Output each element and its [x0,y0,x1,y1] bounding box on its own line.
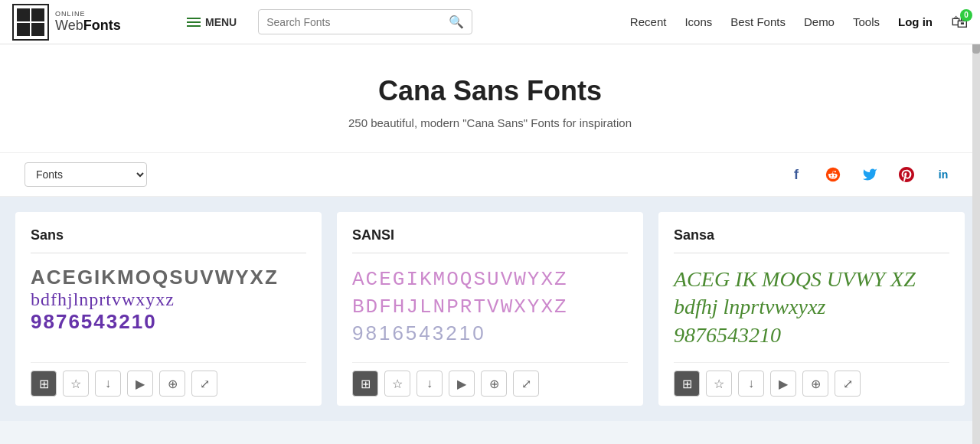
grid-view-button-3[interactable]: ⊞ [674,371,700,397]
sansi-upper-line: ACEGIKMOQSUVWYXZ [352,266,628,293]
search-icon: 🔍 [449,15,464,28]
reddit-icon [825,166,841,183]
card-actions-sansa: ⊞ ☆ ↓ ▶ ⊕ ⤢ [674,362,949,406]
nav-tools[interactable]: Tools [853,15,880,28]
search-input[interactable] [266,16,449,28]
twitter-share-button[interactable] [858,162,882,187]
page-title: Cana Sans Fonts [15,75,965,107]
linkedin-icon: in [939,168,948,181]
sansa-line1: ACEG IK MOQS UVWY XZ [674,266,949,293]
share-button-2[interactable]: ▶ [449,371,475,397]
hero-section: Cana Sans Fonts 250 beautiful, modern "C… [0,44,980,152]
card-actions-sans: ⊞ ☆ ↓ ▶ ⊕ ⤢ [31,362,306,406]
logo-web-part: Web [55,18,83,33]
menu-label: MENU [205,16,237,28]
sansa-preview-text: ACEG IK MOQS UVWY XZ bdfhj lnprtvwxyxz 9… [674,266,949,349]
hamburger-icon [187,18,201,27]
nav-recent[interactable]: Recent [630,15,667,28]
card-title-sans: Sans [31,227,306,243]
share-button[interactable]: ▶ [127,371,153,397]
font-card-sansa: Sansa ACEG IK MOQS UVWY XZ bdfhj lnprtvw… [658,212,965,406]
card-preview-sansa: ACEG IK MOQS UVWY XZ bdfhj lnprtvwxyxz 9… [674,266,949,350]
card-divider-3 [674,253,949,253]
font-cards-grid: Sans ACEGIKMOQSUVWYXZ bdfhjlnprtvwxyxz 9… [15,212,965,406]
twitter-icon [862,167,877,182]
facebook-share-button[interactable]: f [784,162,808,187]
favorite-button-3[interactable]: ☆ [706,371,732,397]
search-button[interactable]: 🔍 [449,15,464,29]
menu-button[interactable]: MENU [178,11,246,33]
download-button-2[interactable]: ↓ [416,371,443,397]
linkedin-share-button[interactable]: in [931,162,956,187]
download-button-3[interactable]: ↓ [738,371,764,397]
card-preview-sans: ACEGIKMOQSUVWYXZ bdfhjlnprtvwxyxz 987654… [31,266,306,350]
font-type-select[interactable]: Fonts All Sans Serif Script Display [24,162,147,187]
page-subtitle: 250 beautiful, modern "Cana Sans" Fonts … [15,116,965,129]
card-divider [31,253,306,253]
logo-text: ONLINE WebFonts [55,11,121,34]
facebook-icon: f [794,167,799,183]
logo[interactable]: ONLINE WebFonts [12,4,165,41]
share-button-3[interactable]: ▶ [770,371,796,397]
grid-view-button[interactable]: ⊞ [31,371,57,397]
main-nav: Recent Icons Best Fonts Demo Tools Log i… [630,12,968,32]
site-header: ONLINE WebFonts MENU 🔍 Recent Icons Best… [0,0,980,44]
login-link[interactable]: Log in [898,15,933,28]
logo-fonts-part: Fonts [83,18,121,33]
sansa-line3: 9876543210 [674,322,949,349]
cart-button[interactable]: 🛍 0 [951,12,968,32]
card-actions-sansi: ⊞ ☆ ↓ ▶ ⊕ ⤢ [352,362,628,406]
grid-view-button-2[interactable]: ⊞ [352,371,378,397]
expand-button-2[interactable]: ⤢ [513,371,539,397]
nav-demo[interactable]: Demo [804,15,835,28]
expand-button[interactable]: ⤢ [191,371,217,397]
logo-icon [12,4,49,41]
sans-preview-upper: ACEGIKMOQSUVWYXZ [31,266,306,289]
card-title-sansi: SANSI [352,227,628,243]
globe-button-2[interactable]: ⊕ [481,371,507,397]
nav-icons[interactable]: Icons [684,15,712,28]
font-card-sansi: SANSI ACEGIKMOQSUVWYXZ BDFHJLNPRTVWXYXZ … [337,212,643,406]
social-share-bar: f in [784,162,956,187]
reddit-share-button[interactable] [821,162,845,187]
download-button[interactable]: ↓ [95,371,121,397]
sans-preview-lower: bdfhjlnprtvwxyxz [31,289,306,310]
font-cards-section: Sans ACEGIKMOQSUVWYXZ bdfhjlnprtvwxyxz 9… [0,197,980,421]
cart-badge: 0 [960,9,972,21]
pinterest-share-button[interactable] [894,162,919,187]
sansi-preview-upper: ACEGIKMOQSUVWYXZ BDFHJLNPRTVWXYXZ [352,266,628,322]
sansi-preview-nums: 9816543210 [352,322,628,345]
favorite-button-2[interactable]: ☆ [384,371,410,397]
pinterest-icon [899,167,914,182]
search-bar: 🔍 [258,9,472,34]
sans-preview-nums: 9876543210 [31,310,306,334]
card-preview-sansi: ACEGIKMOQSUVWYXZ BDFHJLNPRTVWXYXZ 981654… [352,266,628,350]
card-title-sansa: Sansa [674,227,949,243]
globe-button-3[interactable]: ⊕ [802,371,828,397]
nav-best-fonts[interactable]: Best Fonts [730,15,786,28]
sansi-lower-line: BDFHJLNPRTVWXYXZ [352,293,628,321]
expand-button-3[interactable]: ⤢ [835,371,861,397]
card-divider-2 [352,253,628,253]
logo-webfonts-label: WebFonts [55,18,121,34]
favorite-button[interactable]: ☆ [63,371,89,397]
globe-button[interactable]: ⊕ [159,371,185,397]
scrollbar[interactable] [972,0,980,421]
font-card-sans: Sans ACEGIKMOQSUVWYXZ bdfhjlnprtvwxyxz 9… [15,212,322,406]
sansa-line2: bdfhj lnprtvwxyxz [674,293,949,321]
toolbar-row: Fonts All Sans Serif Script Display f [0,152,980,197]
